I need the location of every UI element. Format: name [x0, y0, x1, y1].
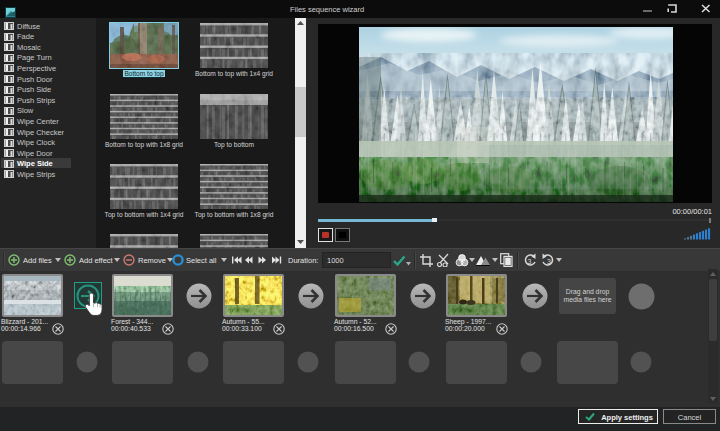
svg-text:3: 3 — [528, 258, 532, 265]
svg-text:3: 3 — [547, 258, 551, 265]
